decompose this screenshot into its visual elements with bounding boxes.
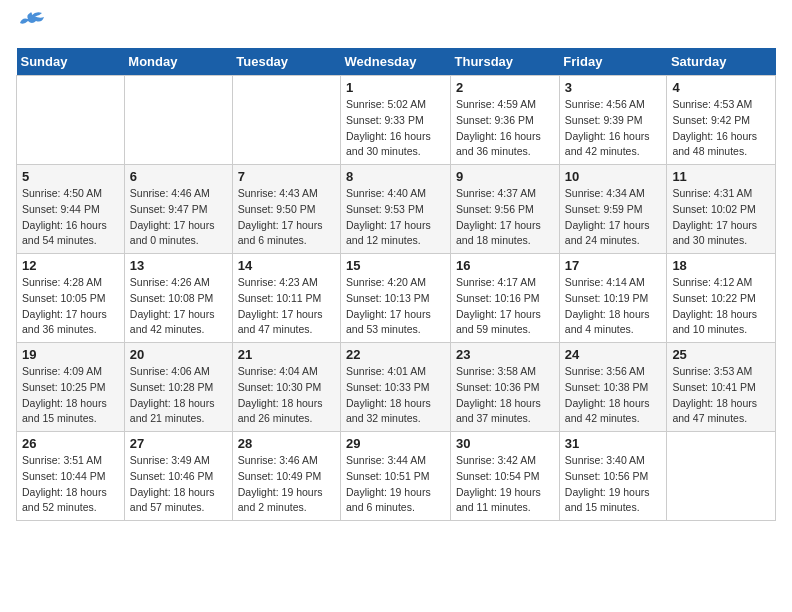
day-info: Sunrise: 4:28 AM Sunset: 10:05 PM Daylig… [22, 275, 119, 338]
day-info: Sunrise: 3:51 AM Sunset: 10:44 PM Daylig… [22, 453, 119, 516]
day-info: Sunrise: 4:34 AM Sunset: 9:59 PM Dayligh… [565, 186, 662, 249]
calendar-cell: 18Sunrise: 4:12 AM Sunset: 10:22 PM Dayl… [667, 254, 776, 343]
day-info: Sunrise: 4:20 AM Sunset: 10:13 PM Daylig… [346, 275, 445, 338]
calendar-cell: 5Sunrise: 4:50 AM Sunset: 9:44 PM Daylig… [17, 165, 125, 254]
day-info: Sunrise: 3:49 AM Sunset: 10:46 PM Daylig… [130, 453, 227, 516]
calendar-cell: 23Sunrise: 3:58 AM Sunset: 10:36 PM Dayl… [451, 343, 560, 432]
day-number: 19 [22, 347, 119, 362]
day-number: 9 [456, 169, 554, 184]
day-number: 12 [22, 258, 119, 273]
day-number: 29 [346, 436, 445, 451]
calendar-cell: 13Sunrise: 4:26 AM Sunset: 10:08 PM Dayl… [124, 254, 232, 343]
calendar-cell: 22Sunrise: 4:01 AM Sunset: 10:33 PM Dayl… [341, 343, 451, 432]
calendar-cell: 20Sunrise: 4:06 AM Sunset: 10:28 PM Dayl… [124, 343, 232, 432]
day-number: 20 [130, 347, 227, 362]
day-number: 4 [672, 80, 770, 95]
weekday-header-wednesday: Wednesday [341, 48, 451, 76]
day-info: Sunrise: 4:04 AM Sunset: 10:30 PM Daylig… [238, 364, 335, 427]
day-number: 21 [238, 347, 335, 362]
day-info: Sunrise: 4:12 AM Sunset: 10:22 PM Daylig… [672, 275, 770, 338]
calendar-cell: 10Sunrise: 4:34 AM Sunset: 9:59 PM Dayli… [559, 165, 667, 254]
weekday-header-sunday: Sunday [17, 48, 125, 76]
day-info: Sunrise: 5:02 AM Sunset: 9:33 PM Dayligh… [346, 97, 445, 160]
day-info: Sunrise: 3:44 AM Sunset: 10:51 PM Daylig… [346, 453, 445, 516]
day-info: Sunrise: 3:56 AM Sunset: 10:38 PM Daylig… [565, 364, 662, 427]
calendar-week-row: 12Sunrise: 4:28 AM Sunset: 10:05 PM Dayl… [17, 254, 776, 343]
calendar-cell: 12Sunrise: 4:28 AM Sunset: 10:05 PM Dayl… [17, 254, 125, 343]
weekday-header-row: SundayMondayTuesdayWednesdayThursdayFrid… [17, 48, 776, 76]
calendar-cell: 8Sunrise: 4:40 AM Sunset: 9:53 PM Daylig… [341, 165, 451, 254]
logo-bird-icon [18, 11, 46, 33]
day-number: 22 [346, 347, 445, 362]
day-info: Sunrise: 3:40 AM Sunset: 10:56 PM Daylig… [565, 453, 662, 516]
calendar-cell: 15Sunrise: 4:20 AM Sunset: 10:13 PM Dayl… [341, 254, 451, 343]
day-number: 7 [238, 169, 335, 184]
day-info: Sunrise: 4:40 AM Sunset: 9:53 PM Dayligh… [346, 186, 445, 249]
day-info: Sunrise: 4:50 AM Sunset: 9:44 PM Dayligh… [22, 186, 119, 249]
calendar-cell [17, 76, 125, 165]
day-info: Sunrise: 4:06 AM Sunset: 10:28 PM Daylig… [130, 364, 227, 427]
day-info: Sunrise: 3:58 AM Sunset: 10:36 PM Daylig… [456, 364, 554, 427]
weekday-header-saturday: Saturday [667, 48, 776, 76]
calendar-cell: 6Sunrise: 4:46 AM Sunset: 9:47 PM Daylig… [124, 165, 232, 254]
calendar-cell: 31Sunrise: 3:40 AM Sunset: 10:56 PM Dayl… [559, 432, 667, 521]
day-number: 1 [346, 80, 445, 95]
day-info: Sunrise: 3:42 AM Sunset: 10:54 PM Daylig… [456, 453, 554, 516]
calendar-cell: 24Sunrise: 3:56 AM Sunset: 10:38 PM Dayl… [559, 343, 667, 432]
calendar-cell: 3Sunrise: 4:56 AM Sunset: 9:39 PM Daylig… [559, 76, 667, 165]
calendar-cell: 28Sunrise: 3:46 AM Sunset: 10:49 PM Dayl… [232, 432, 340, 521]
page-header [16, 16, 776, 38]
weekday-header-thursday: Thursday [451, 48, 560, 76]
day-info: Sunrise: 4:14 AM Sunset: 10:19 PM Daylig… [565, 275, 662, 338]
weekday-header-tuesday: Tuesday [232, 48, 340, 76]
calendar-cell: 7Sunrise: 4:43 AM Sunset: 9:50 PM Daylig… [232, 165, 340, 254]
day-number: 27 [130, 436, 227, 451]
calendar-cell: 2Sunrise: 4:59 AM Sunset: 9:36 PM Daylig… [451, 76, 560, 165]
day-info: Sunrise: 4:56 AM Sunset: 9:39 PM Dayligh… [565, 97, 662, 160]
calendar-cell: 16Sunrise: 4:17 AM Sunset: 10:16 PM Dayl… [451, 254, 560, 343]
day-number: 16 [456, 258, 554, 273]
day-info: Sunrise: 3:46 AM Sunset: 10:49 PM Daylig… [238, 453, 335, 516]
day-number: 13 [130, 258, 227, 273]
calendar-week-row: 19Sunrise: 4:09 AM Sunset: 10:25 PM Dayl… [17, 343, 776, 432]
day-number: 28 [238, 436, 335, 451]
day-info: Sunrise: 4:46 AM Sunset: 9:47 PM Dayligh… [130, 186, 227, 249]
calendar-week-row: 26Sunrise: 3:51 AM Sunset: 10:44 PM Dayl… [17, 432, 776, 521]
day-info: Sunrise: 4:37 AM Sunset: 9:56 PM Dayligh… [456, 186, 554, 249]
day-info: Sunrise: 4:23 AM Sunset: 10:11 PM Daylig… [238, 275, 335, 338]
day-number: 25 [672, 347, 770, 362]
day-number: 31 [565, 436, 662, 451]
day-number: 5 [22, 169, 119, 184]
weekday-header-monday: Monday [124, 48, 232, 76]
calendar-cell: 17Sunrise: 4:14 AM Sunset: 10:19 PM Dayl… [559, 254, 667, 343]
logo [16, 16, 46, 38]
day-info: Sunrise: 4:17 AM Sunset: 10:16 PM Daylig… [456, 275, 554, 338]
day-info: Sunrise: 4:26 AM Sunset: 10:08 PM Daylig… [130, 275, 227, 338]
calendar-cell: 26Sunrise: 3:51 AM Sunset: 10:44 PM Dayl… [17, 432, 125, 521]
day-number: 10 [565, 169, 662, 184]
day-info: Sunrise: 4:09 AM Sunset: 10:25 PM Daylig… [22, 364, 119, 427]
day-info: Sunrise: 4:31 AM Sunset: 10:02 PM Daylig… [672, 186, 770, 249]
calendar-cell: 19Sunrise: 4:09 AM Sunset: 10:25 PM Dayl… [17, 343, 125, 432]
day-number: 3 [565, 80, 662, 95]
calendar-cell: 4Sunrise: 4:53 AM Sunset: 9:42 PM Daylig… [667, 76, 776, 165]
calendar-cell: 14Sunrise: 4:23 AM Sunset: 10:11 PM Dayl… [232, 254, 340, 343]
calendar-cell [232, 76, 340, 165]
calendar-cell: 11Sunrise: 4:31 AM Sunset: 10:02 PM Dayl… [667, 165, 776, 254]
day-number: 30 [456, 436, 554, 451]
calendar-cell: 27Sunrise: 3:49 AM Sunset: 10:46 PM Dayl… [124, 432, 232, 521]
day-info: Sunrise: 4:59 AM Sunset: 9:36 PM Dayligh… [456, 97, 554, 160]
day-number: 8 [346, 169, 445, 184]
day-number: 2 [456, 80, 554, 95]
day-info: Sunrise: 4:43 AM Sunset: 9:50 PM Dayligh… [238, 186, 335, 249]
calendar-table: SundayMondayTuesdayWednesdayThursdayFrid… [16, 48, 776, 521]
day-number: 18 [672, 258, 770, 273]
calendar-cell: 30Sunrise: 3:42 AM Sunset: 10:54 PM Dayl… [451, 432, 560, 521]
day-number: 14 [238, 258, 335, 273]
day-info: Sunrise: 4:01 AM Sunset: 10:33 PM Daylig… [346, 364, 445, 427]
day-number: 6 [130, 169, 227, 184]
calendar-cell [667, 432, 776, 521]
calendar-cell: 29Sunrise: 3:44 AM Sunset: 10:51 PM Dayl… [341, 432, 451, 521]
calendar-cell: 9Sunrise: 4:37 AM Sunset: 9:56 PM Daylig… [451, 165, 560, 254]
day-info: Sunrise: 4:53 AM Sunset: 9:42 PM Dayligh… [672, 97, 770, 160]
